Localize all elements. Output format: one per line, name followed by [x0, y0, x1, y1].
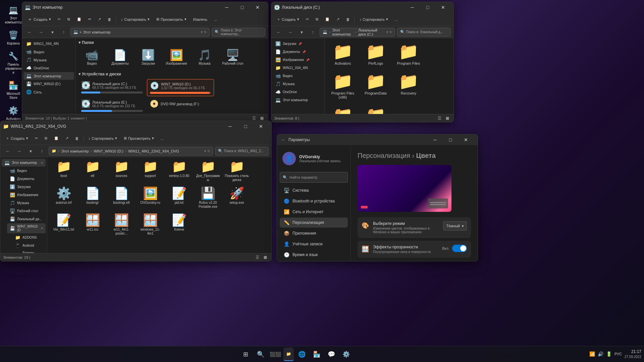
c-up-button[interactable]: ↑	[308, 27, 318, 37]
address-path-win11[interactable]: 📁 > Этот компьютер > WIN7_WIN10 (D:) > W…	[49, 147, 213, 156]
c-rename-button[interactable]: ↗	[334, 15, 342, 24]
delete-button[interactable]: 🗑	[105, 15, 114, 24]
win11-maximize-button[interactable]: □	[238, 121, 253, 132]
sidebar-item-win7[interactable]: 💾 WIN7_WIN10 (D:)	[23, 80, 74, 88]
address-path-c-drive[interactable]: 💻 > Этот компьютер > Локальный диск (C:)…	[320, 28, 395, 37]
settings-minimize-button[interactable]: ─	[427, 134, 443, 145]
settings-nav-system[interactable]: 🖥️ Система	[280, 185, 348, 195]
win11-sidebar-android[interactable]: 📱 Android	[12, 242, 46, 249]
folder-programfiles-x86[interactable]: 📁 Program Files (x86)	[328, 71, 358, 102]
sidebar-item-onedrive[interactable]: ☁️ OneDrive	[23, 64, 74, 72]
desktop-icon-microsoft[interactable]: 🏪 Microsoft Store	[3, 79, 23, 101]
this-pc-maximize-button[interactable]: □	[234, 2, 250, 13]
c-cut-button[interactable]: ✂	[303, 15, 312, 24]
address-path-this-pc[interactable]: 💻 > Этот компьютер ▾ ↻	[70, 28, 210, 37]
folder-images[interactable]: 🖼️ Изображения	[163, 48, 190, 68]
settings-nav-bluetooth[interactable]: 🔵 Bluetooth и устройства	[280, 196, 348, 206]
file-autorun[interactable]: ⚙️ autorun.inf	[50, 185, 77, 211]
keyboard-lang[interactable]: РУС	[614, 352, 622, 356]
sidebar-item-win11[interactable]: 📁 WIN11_X64_4IN	[23, 40, 74, 48]
file-setup[interactable]: 🚀 setup.exe	[223, 185, 251, 211]
taskbar-settings-button[interactable]: ⚙️	[339, 348, 353, 361]
c-back-button[interactable]: ←	[274, 27, 283, 37]
transparency-toggle[interactable]	[452, 245, 467, 252]
c-list-view-button[interactable]: ☰	[436, 115, 443, 122]
win11-sidebar-desktop[interactable]: 🖥️ Рабочий стол	[7, 207, 46, 215]
win11-up-button[interactable]: ↑	[37, 146, 47, 156]
win11-back-button[interactable]: ←	[3, 146, 12, 156]
c-paste-button[interactable]: 📋	[322, 15, 332, 24]
recent-button[interactable]: ▾	[48, 27, 57, 37]
c-copy-button[interactable]: ⧉	[313, 15, 321, 24]
back-button[interactable]: ←	[25, 27, 34, 37]
win11-refresh-icon[interactable]: ↻	[207, 149, 210, 153]
settings-nav-apps[interactable]: 📦 Приложения	[280, 228, 348, 238]
file-efi[interactable]: 📁 efi	[79, 159, 106, 184]
sidebar-item-network[interactable]: 🌐 Сеть	[23, 88, 74, 96]
this-pc-minimize-button[interactable]: ─	[219, 2, 234, 13]
cut-button[interactable]: ✂	[55, 15, 63, 24]
file-ovgorskiy[interactable]: 🖼️ OVGorskiy.ru	[137, 185, 164, 211]
desktop-icon-basket[interactable]: 🗑️ Корзина	[3, 28, 23, 47]
file-support[interactable]: 📁 support	[137, 159, 164, 184]
start-button[interactable]: ⊞	[239, 348, 253, 361]
win11-grid-view-button[interactable]: ⊞	[262, 254, 269, 261]
win11-copy-button[interactable]: ⧉	[42, 134, 50, 143]
folder-programfiles[interactable]: 📁 Program Files	[393, 41, 424, 68]
taskbar-explorer-button[interactable]: 📁	[283, 348, 294, 361]
win11-sidebar-win7d[interactable]: 💾 WIN7_WIN10 (D ▾	[7, 223, 46, 233]
desktop-icon-this-pc[interactable]: 💻 Этот компьютер	[3, 3, 23, 26]
win11-sidebar-localdisk[interactable]: 💾 Локальный ди...	[7, 215, 46, 223]
folder-video[interactable]: 📹 Видео	[78, 48, 105, 68]
settings-search-box[interactable]: 🔍 Найти параметр	[280, 172, 348, 183]
view-button[interactable]: ⊞ Просмотреть ▾	[154, 15, 189, 24]
settings-nav-network[interactable]: 📶 Сеть и Интернет	[280, 207, 348, 217]
win11-create-button[interactable]: ＋ Создать ▾	[3, 134, 31, 143]
taskbar-taskview-button[interactable]: ⬛⬛	[269, 348, 282, 361]
mode-dropdown[interactable]: Тёмный ▾	[443, 221, 467, 231]
taskbar-chat-button[interactable]: 💬	[325, 348, 338, 361]
c-sidebar-images[interactable]: 🖼️ Изображения 📌	[273, 56, 323, 64]
folder-perflogs[interactable]: 📁 PerfLogs	[361, 41, 391, 68]
volume-tray-icon[interactable]: 🔊	[598, 351, 603, 357]
win11-list-view-button[interactable]: ☰	[254, 254, 261, 261]
file-pid[interactable]: 📝 pid.txt	[165, 185, 193, 211]
taskbar-edge-button[interactable]: 🌐	[295, 348, 309, 361]
win11-paste-button[interactable]: 📋	[51, 134, 61, 143]
win11-sidebar-snappy[interactable]: 📁 Snappy Driver	[12, 250, 46, 253]
sort-button[interactable]: ↕ Сортировать ▾	[118, 15, 152, 24]
taskbar-store-button[interactable]: 🏪	[310, 348, 323, 361]
c-drive-minimize-button[interactable]: ─	[405, 2, 420, 13]
taskbar-search-button[interactable]: 🔍	[254, 348, 267, 361]
c-refresh-icon[interactable]: ↻	[389, 30, 392, 34]
folder-downloads[interactable]: ⬇️ Загрузки	[135, 48, 162, 68]
c-drive-close-button[interactable]: ✕	[435, 2, 451, 13]
extract-button[interactable]: Извлечь	[191, 15, 210, 24]
share-button[interactable]: ↗	[95, 15, 104, 24]
c-sidebar-docs[interactable]: 📄 Документы 📌	[273, 48, 323, 56]
file-bootmgr[interactable]: 📄 bootmgr	[79, 185, 106, 211]
folder-desktop[interactable]: 🖥️ Рабочий стол	[219, 48, 246, 68]
win11-delete-button[interactable]: 🗑	[72, 134, 82, 143]
sidebar-item-thispc[interactable]: 💻 Этот компьютер	[23, 72, 74, 80]
search-box-this-pc[interactable]: 🔍 Поиск в: Этот компьютер...	[212, 28, 265, 37]
settings-back-icon[interactable]: ←	[281, 137, 286, 142]
win11-sidebar-docs[interactable]: 📄 Документы	[7, 175, 46, 183]
file-windows11-4in1[interactable]: 🪟 windows_11-4in1	[137, 212, 164, 238]
this-pc-create-button[interactable]: ＋ Создать ▾	[25, 15, 54, 24]
refresh-icon[interactable]: ↻	[204, 30, 207, 34]
file-boot[interactable]: 📁 boot	[50, 159, 77, 184]
file-w11ico[interactable]: 🪟 w11.ico	[79, 212, 106, 238]
folder-docs[interactable]: 📄 Документы	[107, 48, 133, 68]
rename-button[interactable]: ✏	[86, 15, 94, 24]
forward-button[interactable]: →	[36, 27, 46, 37]
c-forward-button[interactable]: →	[285, 27, 295, 37]
c-more-button[interactable]: ...	[392, 15, 400, 24]
copy-button[interactable]: ⧉	[65, 15, 73, 24]
win11-cut-button[interactable]: ✂	[32, 134, 41, 143]
file-sources[interactable]: 📁 sources	[108, 159, 135, 184]
win11-sidebar-images[interactable]: 🖼️ Изображения	[7, 191, 46, 199]
win11-sidebar-video[interactable]: 📹 Видео	[7, 167, 46, 175]
desktop-icon-panel[interactable]: 🔧 Панель управления	[3, 50, 23, 76]
file-bootmgr-efi[interactable]: 📄 bootmgr.efi	[108, 185, 135, 211]
